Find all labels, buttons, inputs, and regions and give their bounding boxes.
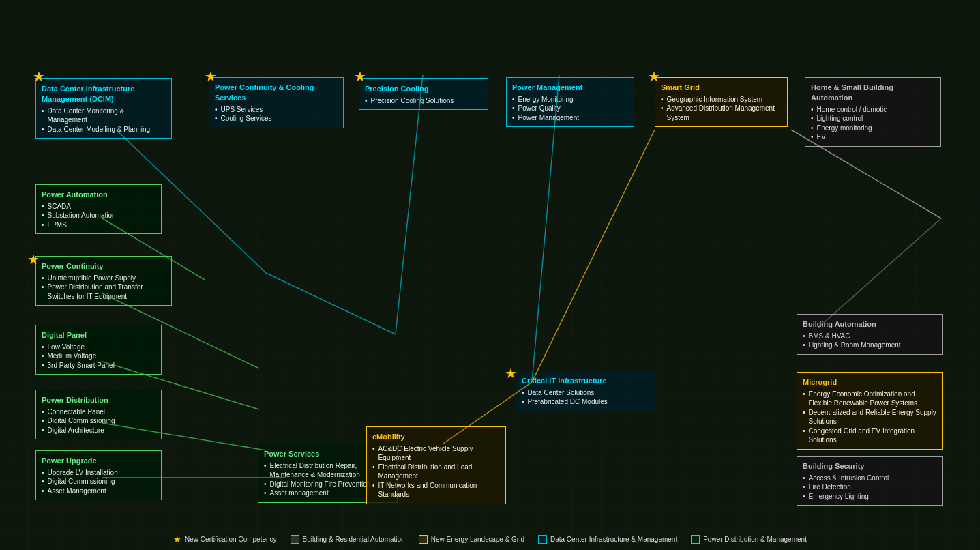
sg-item-1: •Geographic Information System: [661, 95, 782, 104]
pcc-item-1: •UPS Services: [215, 105, 338, 115]
legend-energy-label: New Energy Landscape & Grid: [431, 536, 524, 543]
emob-item-3: •IT Networks and Communication Standards: [372, 481, 500, 500]
legend-new-cert-label: New Certification Competency: [185, 536, 277, 543]
legend-star-icon: ★: [173, 534, 181, 545]
ba-item-2: •Lighting & Room Management: [803, 341, 937, 350]
card-crit-title: Critical IT Infrastructure: [522, 376, 649, 386]
card-dp-title: Digital Panel: [42, 330, 155, 341]
card-bsec: Building Security •Access & Intrusion Co…: [797, 456, 943, 506]
card-pdist: Power Distribution •Connectable Panel •D…: [35, 390, 162, 439]
mg-item-1: •Energy Economic Optimization and Flexib…: [803, 390, 937, 408]
pdist-item-1: •Connectable Panel: [42, 407, 155, 417]
legend-power-label: Power Distribution & Management: [703, 536, 807, 543]
star-pcont: ★: [27, 251, 40, 267]
card-pcc-title: Power Continuity & Cooling Services: [215, 83, 338, 103]
card-pm-title: Power Management: [512, 83, 628, 93]
card-emob: eMobility •AC&DC Electric Vehicle Supply…: [366, 426, 506, 504]
card-ba: Building Automation •BMS & HVAC •Lightin…: [797, 314, 943, 355]
card-pcc: Power Continuity & Cooling Services •UPS…: [209, 77, 344, 128]
bsec-item-2: •Fire Detection: [803, 482, 937, 492]
dp-item-1: •Low Voltage: [42, 343, 155, 352]
card-home-title: Home & Small Building Automation: [811, 83, 935, 103]
card-sg-title: Smart Grid: [661, 83, 782, 93]
card-pup-title: Power Upgrade: [42, 456, 155, 466]
card-dcim: Data Center Infrastructure Management (D…: [35, 78, 172, 139]
legend-power: Power Distribution & Management: [691, 535, 807, 544]
bsec-item-3: •Emergency Lighting: [803, 492, 937, 502]
home-item-1: •Home control / domotic: [811, 105, 935, 115]
pcont-item-1: •Uninterruptible Power Supply: [42, 274, 166, 283]
card-crit: Critical IT Infrastructure •Data Center …: [516, 371, 655, 411]
legend-building: Building & Residential Automation: [291, 535, 405, 544]
bsec-item-1: •Access & Intrusion Control: [803, 474, 937, 483]
pdist-item-3: •Digital Architecture: [42, 426, 155, 435]
home-item-3: •Energy monitoring: [811, 124, 935, 133]
pup-item-2: •Digital Commissioning: [42, 477, 155, 487]
card-pup: Power Upgrade •Upgrade LV Installation •…: [35, 450, 162, 500]
legend: ★ New Certification Competency Building …: [0, 534, 980, 545]
home-item-4: •EV: [811, 132, 935, 142]
pm-item-1: •Energy Monitoring: [512, 95, 628, 104]
star-pcc: ★: [205, 68, 217, 85]
sg-item-2: •Advanced Distribution Management System: [661, 104, 782, 122]
card-pm: Power Management •Energy Monitoring •Pow…: [506, 77, 634, 127]
legend-power-box: [691, 535, 700, 544]
legend-datacenter: Data Center Infrastructure & Management: [538, 535, 677, 544]
card-dp: Digital Panel •Low Voltage •Medium Volta…: [35, 325, 162, 375]
legend-energy-box: [419, 535, 428, 544]
main-wrapper: EcoXpert Partner Program certification c…: [0, 0, 980, 550]
precool-item-1: •Precision Cooling Solutions: [365, 96, 482, 106]
legend-new-cert: ★ New Certification Competency: [173, 534, 277, 545]
pm-item-2: •Power Quality: [512, 104, 628, 113]
card-precool: Precision Cooling •Precision Cooling Sol…: [359, 78, 488, 110]
ba-item-1: •BMS & HVAC: [803, 332, 937, 341]
star-pc: ★: [354, 68, 366, 85]
card-precool-title: Precision Cooling: [365, 84, 482, 94]
pm-item-3: •Power Management: [512, 113, 628, 123]
legend-building-box: [291, 535, 299, 544]
dcim-item-2: •Data Center Modelling & Planning: [42, 125, 166, 134]
card-dcim-title: Data Center Infrastructure Management (D…: [42, 84, 166, 104]
dp-item-2: •Medium Voltage: [42, 351, 155, 361]
card-mg-title: Microgrid: [803, 377, 937, 388]
pa-item-1: •SCADA: [42, 202, 155, 212]
mg-item-3: •Congested Grid and EV Integration Solut…: [803, 426, 937, 445]
pa-item-3: •EPMS: [42, 220, 155, 230]
pa-item-2: •Substation Automation: [42, 211, 155, 220]
card-pcont-title: Power Continuity: [42, 261, 166, 272]
star-crit: ★: [505, 365, 517, 381]
pcc-item-2: •Cooling Services: [215, 114, 338, 124]
card-pa-title: Power Automation: [42, 190, 155, 200]
card-sg: Smart Grid •Geographic Information Syste…: [655, 77, 788, 127]
emob-item-2: •Electrical Distribution and Load Manage…: [372, 463, 500, 481]
pcont-item-2: •Power Distribution and Transfer Switche…: [42, 283, 166, 301]
legend-energy: New Energy Landscape & Grid: [419, 535, 524, 544]
mg-item-2: •Decentralized and Reliable Energy Suppl…: [803, 408, 937, 426]
dp-item-3: •3rd Party Smart Panel: [42, 361, 155, 371]
crit-item-1: •Data Center Solutions: [522, 388, 649, 398]
card-mg: Microgrid •Energy Economic Optimization …: [797, 372, 943, 450]
legend-building-label: Building & Residential Automation: [303, 536, 405, 543]
legend-datacenter-label: Data Center Infrastructure & Management: [550, 536, 677, 543]
card-ba-title: Building Automation: [803, 319, 937, 330]
pup-item-1: •Upgrade LV Installation: [42, 468, 155, 478]
home-item-2: •Lighting control: [811, 114, 935, 124]
card-emob-title: eMobility: [372, 432, 500, 442]
card-pa: Power Automation •SCADA •Substation Auto…: [35, 184, 162, 234]
card-bsec-title: Building Security: [803, 461, 937, 472]
card-pdist-title: Power Distribution: [42, 395, 155, 405]
card-pcont: Power Continuity •Uninterruptible Power …: [35, 256, 172, 306]
pdist-item-2: •Digital Commissioning: [42, 416, 155, 426]
star-sg: ★: [648, 68, 660, 85]
pup-item-3: •Asset Management: [42, 487, 155, 496]
star-dcim: ★: [33, 68, 45, 85]
dcim-item-1: •Data Center Monitoring & Management: [42, 106, 166, 125]
crit-item-2: •Prefabricated DC Modules: [522, 397, 649, 407]
emob-item-1: •AC&DC Electric Vehicle Supply Equipment: [372, 444, 500, 463]
legend-datacenter-box: [538, 535, 547, 544]
card-home: Home & Small Building Automation •Home c…: [805, 77, 941, 147]
